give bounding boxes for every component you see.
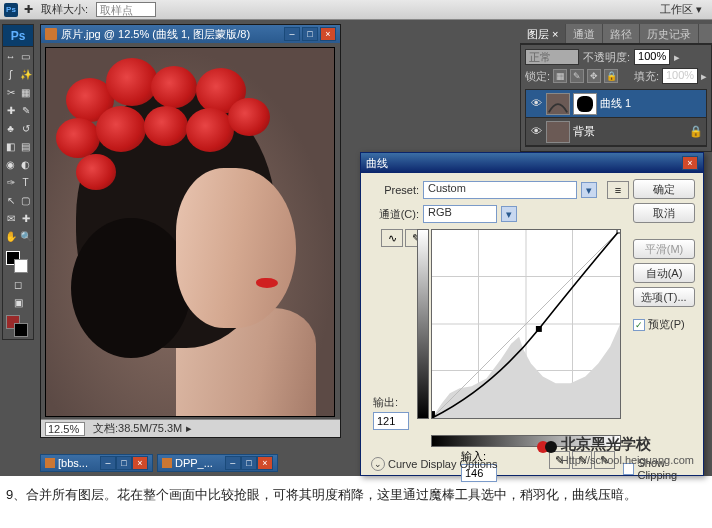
lock-pos-icon[interactable]: ✥ bbox=[587, 69, 601, 83]
eraser-tool[interactable]: ◧ bbox=[3, 137, 18, 155]
cancel-button[interactable]: 取消 bbox=[633, 203, 695, 223]
auto-button[interactable]: 自动(A) bbox=[633, 263, 695, 283]
curve-point-tool[interactable]: ∿ bbox=[381, 229, 403, 247]
preset-select[interactable]: Custom bbox=[423, 181, 577, 199]
minimize-button[interactable]: – bbox=[284, 27, 300, 41]
blur-tool[interactable]: ◉ bbox=[3, 155, 18, 173]
layer-name[interactable]: 曲线 1 bbox=[600, 96, 631, 111]
preset-label: Preset: bbox=[369, 184, 419, 196]
stamp-tool[interactable]: ♣ bbox=[3, 119, 18, 137]
curves-titlebar[interactable]: 曲线 × bbox=[361, 153, 703, 173]
ps-badge-icon: Ps bbox=[3, 25, 33, 47]
notes-tool[interactable]: ✉ bbox=[3, 209, 18, 227]
doc-icon bbox=[45, 28, 57, 40]
shape-tool[interactable]: ▢ bbox=[18, 191, 33, 209]
doc-tab[interactable]: DPP_...–□× bbox=[157, 454, 278, 472]
lasso-tool[interactable]: ʃ bbox=[3, 65, 18, 83]
tutorial-caption: 9、合并所有图层。花在整个画面中比较抢眼，可将其明度稍降，这里通过魔棒工具选中，… bbox=[0, 476, 712, 514]
svg-point-11 bbox=[545, 441, 557, 453]
layer-row[interactable]: 👁 背景 🔒 bbox=[526, 118, 706, 146]
tab-channels[interactable]: 通道 bbox=[566, 24, 603, 43]
adjustment-thumb[interactable] bbox=[546, 93, 570, 115]
history-brush-tool[interactable]: ↺ bbox=[18, 119, 33, 137]
tab-layers[interactable]: 图层 × bbox=[520, 24, 566, 43]
tab-history[interactable]: 历史记录 bbox=[640, 24, 699, 43]
doc-tab[interactable]: [bbs...–□× bbox=[40, 454, 153, 472]
lock-label: 锁定: bbox=[525, 69, 550, 84]
layer-row[interactable]: 👁 曲线 1 bbox=[526, 90, 706, 118]
channel-dropdown-icon[interactable]: ▾ bbox=[501, 206, 517, 222]
tab-max-icon[interactable]: □ bbox=[241, 456, 257, 470]
marquee-tool[interactable]: ▭ bbox=[18, 47, 33, 65]
slice-tool[interactable]: ▦ bbox=[18, 83, 33, 101]
tab-paths[interactable]: 路径 bbox=[603, 24, 640, 43]
output-input[interactable] bbox=[373, 412, 409, 430]
eyedropper-tool[interactable]: ✚ bbox=[18, 209, 33, 227]
color-swatch[interactable] bbox=[3, 249, 33, 275]
brush-tool[interactable]: ✎ bbox=[18, 101, 33, 119]
watermark: 北京黑光学校 Http://school.heiguang.com bbox=[561, 435, 694, 466]
mask-thumb[interactable] bbox=[573, 93, 597, 115]
preset-dropdown-icon[interactable]: ▾ bbox=[581, 182, 597, 198]
zoom-tool[interactable]: 🔍 bbox=[18, 227, 33, 245]
curves-dialog: 曲线 × Preset: Custom ▾ ≡ 通道(C): RGB ▾ ∿ ✎ bbox=[360, 152, 704, 476]
lock-trans-icon[interactable]: ▦ bbox=[553, 69, 567, 83]
opacity-arrow-icon[interactable]: ▸ bbox=[674, 51, 680, 64]
heal-tool[interactable]: ✚ bbox=[3, 101, 18, 119]
tab-close-icon[interactable]: × bbox=[257, 456, 273, 470]
preview-label: 预览(P) bbox=[648, 317, 685, 332]
svg-rect-7 bbox=[432, 411, 435, 417]
move-tool[interactable]: ↔ bbox=[3, 47, 18, 65]
channel-select[interactable]: RGB bbox=[423, 205, 497, 223]
fill-input[interactable]: 100% bbox=[662, 68, 698, 84]
curves-graph[interactable] bbox=[431, 229, 621, 419]
dodge-tool[interactable]: ◐ bbox=[18, 155, 33, 173]
pen-tool[interactable]: ✑ bbox=[3, 173, 18, 191]
quickmask-toggle[interactable]: ◻ bbox=[3, 275, 33, 293]
hand-tool[interactable]: ✋ bbox=[3, 227, 18, 245]
status-arrow-icon[interactable]: ▸ bbox=[186, 422, 192, 435]
document-title: 原片.jpg @ 12.5% (曲线 1, 图层蒙版/8) bbox=[61, 27, 284, 42]
fill-arrow-icon[interactable]: ▸ bbox=[701, 70, 707, 83]
lock-pixels-icon[interactable]: ✎ bbox=[570, 69, 584, 83]
tab-max-icon[interactable]: □ bbox=[116, 456, 132, 470]
dialog-close-button[interactable]: × bbox=[682, 156, 698, 170]
options-button[interactable]: 选项(T)... bbox=[633, 287, 695, 307]
path-tool[interactable]: ↖ bbox=[3, 191, 18, 209]
wand-tool[interactable]: ✨ bbox=[18, 65, 33, 83]
smooth-button[interactable]: 平滑(M) bbox=[633, 239, 695, 259]
zoom-field[interactable]: 12.5% bbox=[45, 422, 85, 436]
layer-thumb[interactable] bbox=[546, 121, 570, 143]
maximize-button[interactable]: □ bbox=[302, 27, 318, 41]
curves-title-text: 曲线 bbox=[366, 156, 682, 171]
sample-size-select[interactable]: 取样点 bbox=[96, 2, 156, 17]
layer-name[interactable]: 背景 bbox=[573, 124, 595, 139]
gradient-tool[interactable]: ▤ bbox=[18, 137, 33, 155]
opacity-label: 不透明度: bbox=[583, 50, 630, 65]
screenmode-toggle[interactable]: ▣ bbox=[3, 293, 33, 311]
visibility-icon[interactable]: 👁 bbox=[529, 125, 543, 139]
expand-options-icon[interactable]: ⌄ bbox=[371, 457, 385, 471]
output-label: 输出: bbox=[373, 395, 409, 410]
tab-min-icon[interactable]: – bbox=[100, 456, 116, 470]
ok-button[interactable]: 确定 bbox=[633, 179, 695, 199]
visibility-icon[interactable]: 👁 bbox=[529, 97, 543, 111]
eyedropper-icon[interactable]: ✚ bbox=[24, 3, 33, 16]
workspace-menu[interactable]: 工作区 ▾ bbox=[660, 2, 702, 17]
document-canvas[interactable] bbox=[45, 47, 335, 417]
close-button[interactable]: × bbox=[320, 27, 336, 41]
svg-rect-8 bbox=[536, 326, 542, 332]
type-tool[interactable]: T bbox=[18, 173, 33, 191]
document-titlebar[interactable]: 原片.jpg @ 12.5% (曲线 1, 图层蒙版/8) – □ × bbox=[41, 25, 340, 43]
photoshop-app: Ps ✚ 取样大小: 取样点 工作区 ▾ Ps ↔▭ ʃ✨ ✂▦ ✚✎ ♣↺ ◧… bbox=[0, 0, 712, 476]
tab-close-icon[interactable]: × bbox=[132, 456, 148, 470]
blend-mode-select[interactable]: 正常 bbox=[525, 49, 579, 65]
preview-checkbox[interactable]: ✓ bbox=[633, 319, 645, 331]
document-status-bar: 12.5% 文档:38.5M/75.3M ▸ bbox=[41, 419, 340, 437]
output-gradient bbox=[417, 229, 429, 419]
tab-min-icon[interactable]: – bbox=[225, 456, 241, 470]
opacity-input[interactable]: 100% bbox=[634, 49, 670, 65]
preset-menu-button[interactable]: ≡ bbox=[607, 181, 629, 199]
lock-all-icon[interactable]: 🔒 bbox=[604, 69, 618, 83]
crop-tool[interactable]: ✂ bbox=[3, 83, 18, 101]
